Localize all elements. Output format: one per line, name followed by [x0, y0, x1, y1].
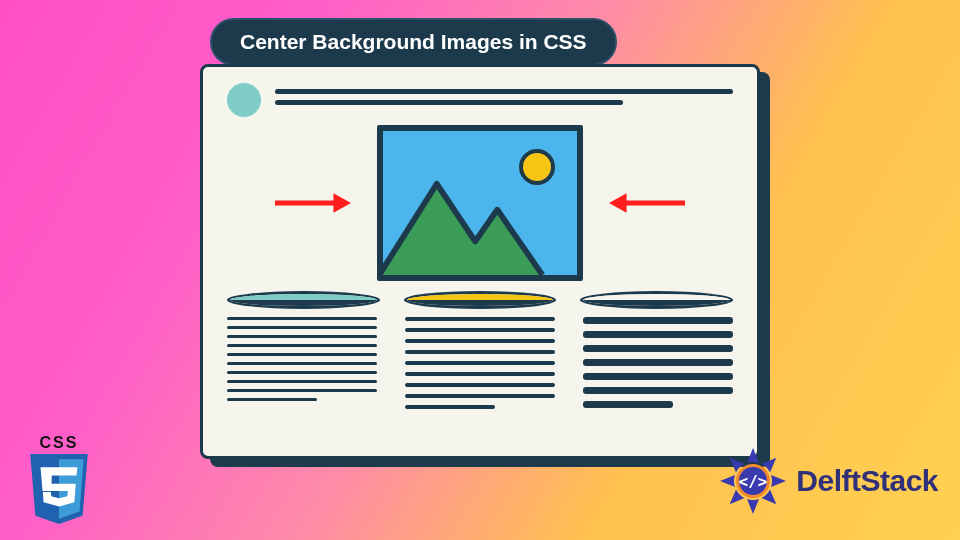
text-line — [405, 328, 555, 332]
lens-ornament — [404, 291, 557, 309]
css3-logo: CSS — [22, 434, 96, 528]
svg-marker-3 — [609, 193, 627, 213]
brand-name: DelftStack — [796, 464, 938, 498]
svg-marker-1 — [333, 193, 351, 213]
text-line — [583, 345, 733, 352]
column-thick — [583, 317, 733, 416]
text-line — [227, 362, 377, 365]
page-mockup — [200, 64, 760, 459]
text-line — [405, 339, 555, 343]
text-line — [405, 317, 555, 321]
text-line — [583, 387, 733, 394]
text-line — [583, 401, 673, 408]
text-line — [227, 317, 377, 320]
mountains-icon — [383, 131, 577, 275]
subheading-line — [275, 100, 623, 105]
heading-line — [275, 89, 733, 94]
text-columns — [227, 317, 733, 416]
text-line — [583, 373, 733, 380]
text-line — [227, 344, 377, 347]
text-line — [227, 380, 377, 383]
text-line — [227, 335, 377, 338]
css3-label: CSS — [22, 434, 96, 452]
mandala-icon: </> — [718, 446, 788, 516]
svg-text:</>: </> — [739, 472, 768, 491]
title-badge: Center Background Images in CSS — [210, 18, 617, 66]
text-line — [405, 405, 495, 409]
arrow-right-icon — [273, 189, 351, 217]
text-line — [405, 350, 555, 354]
delftstack-logo: </> DelftStack — [718, 446, 938, 516]
title-text: Center Background Images in CSS — [240, 30, 587, 53]
centered-image — [377, 125, 583, 281]
avatar-placeholder — [227, 83, 261, 117]
lens-ornament — [227, 291, 380, 309]
text-line — [405, 361, 555, 365]
text-line — [227, 389, 377, 392]
text-line — [583, 317, 733, 324]
column-thin — [227, 317, 377, 416]
css3-shield-icon — [22, 454, 96, 528]
mockup-header — [227, 83, 733, 117]
column-medium — [405, 317, 555, 416]
arrow-left-icon — [609, 189, 687, 217]
svg-marker-6 — [41, 467, 78, 506]
lens-ornament — [580, 291, 733, 309]
text-line — [583, 359, 733, 366]
text-line — [227, 353, 377, 356]
header-lines — [275, 89, 733, 111]
text-line — [405, 394, 555, 398]
text-line — [227, 326, 377, 329]
text-line — [583, 331, 733, 338]
text-line — [227, 398, 317, 401]
hero-row — [227, 125, 733, 281]
text-line — [405, 372, 555, 376]
text-line — [227, 371, 377, 374]
text-line — [405, 383, 555, 387]
divider-row — [227, 291, 733, 309]
